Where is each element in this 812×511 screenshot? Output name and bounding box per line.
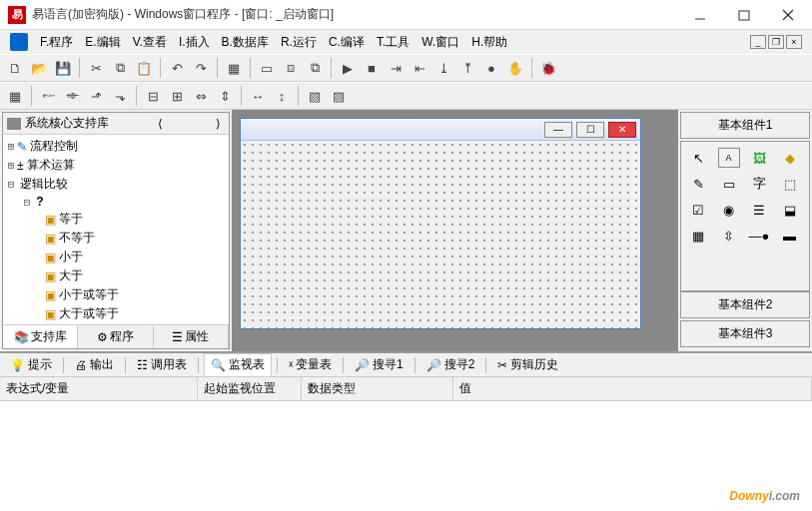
tree-item-gt[interactable]: ▣ 大于 <box>5 266 227 285</box>
mdi-minimize[interactable]: _ <box>750 35 766 49</box>
step2-icon[interactable]: ⇤ <box>408 57 430 79</box>
center-v-icon[interactable]: ⊞ <box>166 85 188 107</box>
menu-insert[interactable]: I.插入 <box>173 32 216 53</box>
mdi-close[interactable]: × <box>786 35 802 49</box>
radio-icon[interactable]: ◉ <box>718 200 740 220</box>
minimize-button[interactable] <box>678 0 722 30</box>
btab-hint[interactable]: 💡提示 <box>4 354 58 375</box>
slider-icon[interactable]: —● <box>748 226 770 246</box>
form-maximize-button[interactable]: ☐ <box>576 122 604 138</box>
form-minimize-button[interactable]: — <box>544 122 572 138</box>
tree[interactable]: ⊞✎ 流程控制 ⊞± 算术运算 ⊟ 逻辑比较 ⊟ ? ▣ 等于 ▣ 不等于 ▣ … <box>3 135 229 324</box>
picture-icon[interactable]: 🖼 <box>748 148 770 168</box>
align-right-icon[interactable]: ⬲ <box>61 85 83 107</box>
btab-output[interactable]: 🖨输出 <box>69 354 120 375</box>
tree-prev-button[interactable]: ⟨ <box>154 117 167 131</box>
watch-grid-body[interactable] <box>0 401 812 511</box>
menu-db[interactable]: B.数据库 <box>216 32 275 53</box>
same-h-icon[interactable]: ↕ <box>271 85 293 107</box>
listbox-icon[interactable]: ☰ <box>748 200 770 220</box>
font-icon[interactable]: 字 <box>748 174 770 194</box>
window-a-icon[interactable]: ▭ <box>256 57 278 79</box>
tree-item-neq[interactable]: ▣ 不等于 <box>5 229 227 248</box>
bring-front-icon[interactable]: ▧ <box>304 85 326 107</box>
maximize-button[interactable] <box>722 0 766 30</box>
step3-icon[interactable]: ⤓ <box>432 57 454 79</box>
pointer-icon[interactable]: ↖ <box>687 148 709 168</box>
form-body[interactable] <box>241 141 640 328</box>
btab-watch[interactable]: 🔍监视表 <box>204 353 272 376</box>
send-back-icon[interactable]: ▨ <box>328 85 350 107</box>
label-icon[interactable]: A <box>718 148 740 168</box>
btab-clip[interactable]: ✂剪辑历史 <box>491 354 564 375</box>
step-icon[interactable]: ⇥ <box>385 57 406 79</box>
stop-icon[interactable]: ■ <box>361 57 383 79</box>
run-icon[interactable]: ▶ <box>337 57 359 79</box>
tab-library[interactable]: 📚支持库 <box>3 325 78 348</box>
shape-icon[interactable]: ◆ <box>779 148 801 168</box>
center-h-icon[interactable]: ⊟ <box>142 85 164 107</box>
menu-compile[interactable]: C.编译 <box>323 32 371 53</box>
designer-canvas[interactable]: — ☐ ✕ <box>232 110 678 351</box>
copy-icon[interactable]: ⧉ <box>109 57 131 79</box>
edit-icon[interactable]: ✎ <box>687 174 709 194</box>
align-bottom-icon[interactable]: ⬎ <box>109 85 131 107</box>
hand-icon[interactable]: ✋ <box>504 57 526 79</box>
close-button[interactable] <box>766 0 810 30</box>
panel-icon[interactable]: ▭ <box>718 174 740 194</box>
align-left-icon[interactable]: ⬳ <box>37 85 59 107</box>
btab-debug[interactable]: ☷调用表 <box>131 354 193 375</box>
undo-icon[interactable]: ↶ <box>166 57 188 79</box>
spread-v-icon[interactable]: ⇕ <box>214 85 236 107</box>
menu-tools[interactable]: T.工具 <box>371 32 415 53</box>
tree-item-q[interactable]: ⊟ ? <box>5 194 227 210</box>
menu-view[interactable]: V.查看 <box>127 32 173 53</box>
menu-edit[interactable]: E.编辑 <box>79 32 126 53</box>
col-dtype[interactable]: 数据类型 <box>302 377 453 400</box>
btab-s1[interactable]: 🔎搜寻1 <box>349 354 409 375</box>
toolbox-group-3[interactable]: 基本组件3 <box>680 320 810 347</box>
col-expr[interactable]: 表达式/变量 <box>0 377 198 400</box>
paste-icon[interactable]: 📋 <box>133 57 155 79</box>
menu-window[interactable]: W.窗口 <box>415 32 465 53</box>
scroll-icon[interactable]: ⇳ <box>718 226 740 246</box>
toolbox-group-1[interactable]: 基本组件1 <box>680 112 810 139</box>
combo-icon[interactable]: ⬓ <box>779 200 801 220</box>
tree-item-flow[interactable]: ⊞✎ 流程控制 <box>5 137 227 156</box>
btab-s2[interactable]: 🔎搜寻2 <box>420 354 481 375</box>
save-icon[interactable]: 💾 <box>52 57 74 79</box>
tree-item-eq[interactable]: ▣ 等于 <box>5 210 227 229</box>
tree-item-gte[interactable]: ▣ 大于或等于 <box>5 304 227 323</box>
form-close-button[interactable]: ✕ <box>608 122 636 138</box>
menu-file[interactable]: F.程序 <box>34 32 79 53</box>
cut-icon[interactable]: ✂ <box>85 57 107 79</box>
same-w-icon[interactable]: ↔ <box>247 85 269 107</box>
tree-item-math[interactable]: ⊞± 算术运算 <box>5 156 227 175</box>
frame-icon[interactable]: ⬚ <box>779 174 801 194</box>
window-c-icon[interactable]: ⧉ <box>304 57 326 79</box>
tree-next-button[interactable]: ⟩ <box>212 117 225 131</box>
form-window[interactable]: — ☐ ✕ <box>240 118 641 329</box>
mdi-restore[interactable]: ❐ <box>768 35 784 49</box>
bp-icon[interactable]: ● <box>480 57 502 79</box>
menu-run[interactable]: R.运行 <box>275 32 323 53</box>
checkbox-icon[interactable]: ☑ <box>687 200 709 220</box>
bug-icon[interactable]: 🐞 <box>537 57 559 79</box>
grid-icon[interactable]: ▦ <box>4 85 26 107</box>
step4-icon[interactable]: ⤒ <box>456 57 478 79</box>
col-startpos[interactable]: 起始监视位置 <box>198 377 302 400</box>
redo-icon[interactable]: ↷ <box>190 57 212 79</box>
tree-item-logic[interactable]: ⊟ 逻辑比较 <box>5 175 227 194</box>
tree-item-lte[interactable]: ▣ 小于或等于 <box>5 285 227 304</box>
new-icon[interactable]: 🗋 <box>4 57 26 79</box>
spread-h-icon[interactable]: ⇔ <box>190 85 212 107</box>
tree-item-lt[interactable]: ▣ 小于 <box>5 248 227 266</box>
grid-icon[interactable]: ▦ <box>687 226 709 246</box>
col-value[interactable]: 值 <box>453 377 812 400</box>
window-b-icon[interactable]: ⧈ <box>280 57 302 79</box>
tool-a-icon[interactable]: ▦ <box>223 57 245 79</box>
menu-help[interactable]: H.帮助 <box>465 32 513 53</box>
tab-property[interactable]: ☰属性 <box>154 325 229 348</box>
align-top-icon[interactable]: ⬏ <box>85 85 107 107</box>
progress-icon[interactable]: ▬ <box>779 226 801 246</box>
